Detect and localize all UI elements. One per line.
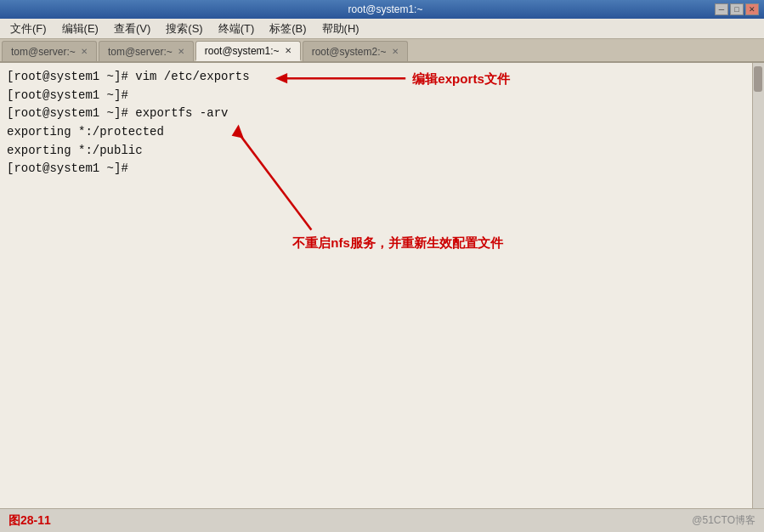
menu-edit[interactable]: 编辑(E) [55,20,105,38]
watermark: @51CTO博客 [692,513,756,528]
tab-bar: tom@server:~ ✕ tom@server:~ ✕ root@syste… [0,39,764,63]
figure-label: 图28-11 [8,513,51,529]
tab-close-0[interactable]: ✕ [81,47,88,56]
tab-1[interactable]: tom@server:~ ✕ [99,41,194,61]
menu-tags[interactable]: 标签(B) [263,20,313,38]
window-controls[interactable]: ─ □ ✕ [715,3,759,15]
minimize-button[interactable]: ─ [715,3,728,15]
scrollbar-thumb[interactable] [754,66,762,92]
terminal-line-3: exporting *:/protected [7,123,757,142]
tab-label-1: tom@server:~ [108,46,173,58]
tab-3[interactable]: root@system2:~ ✕ [303,41,408,61]
tab-close-3[interactable]: ✕ [392,47,399,56]
title-bar: root@system1:~ ─ □ ✕ [0,0,764,19]
tab-label-2: root@system1:~ [205,45,280,57]
menu-file[interactable]: 文件(F) [3,20,54,38]
tab-close-2[interactable]: ✕ [285,46,291,55]
scrollbar[interactable] [752,63,764,508]
menu-view[interactable]: 查看(V) [107,20,157,38]
bottom-bar: 图28-11 @51CTO博客 [0,508,764,532]
terminal-line-1: [root@system1 ~]# [7,87,757,105]
terminal-line-5: [root@system1 ~]# [7,160,757,178]
terminal-line-2: [root@system1 ~]# exportfs -arv [7,105,757,123]
menu-bar: 文件(F) 编辑(E) 查看(V) 搜索(S) 终端(T) 标签(B) 帮助(H… [0,19,764,39]
terminal-line-0: [root@system1 ~]# vim /etc/exports [7,68,757,87]
menu-terminal[interactable]: 终端(T) [212,20,262,38]
terminal[interactable]: [root@system1 ~]# vim /etc/exports [root… [0,63,764,508]
menu-search[interactable]: 搜索(S) [159,20,209,38]
maximize-button[interactable]: □ [730,3,744,15]
window-title: root@system1:~ [56,3,715,15]
tab-2[interactable]: root@system1:~ ✕ [195,41,301,61]
tab-label-3: root@system2:~ [312,46,387,58]
tab-0[interactable]: tom@server:~ ✕ [2,41,97,61]
tab-label-0: tom@server:~ [11,46,76,58]
tab-close-1[interactable]: ✕ [178,47,184,56]
terminal-line-4: exporting *:/public [7,142,757,161]
menu-help[interactable]: 帮助(H) [315,20,366,38]
close-button[interactable]: ✕ [745,3,759,15]
